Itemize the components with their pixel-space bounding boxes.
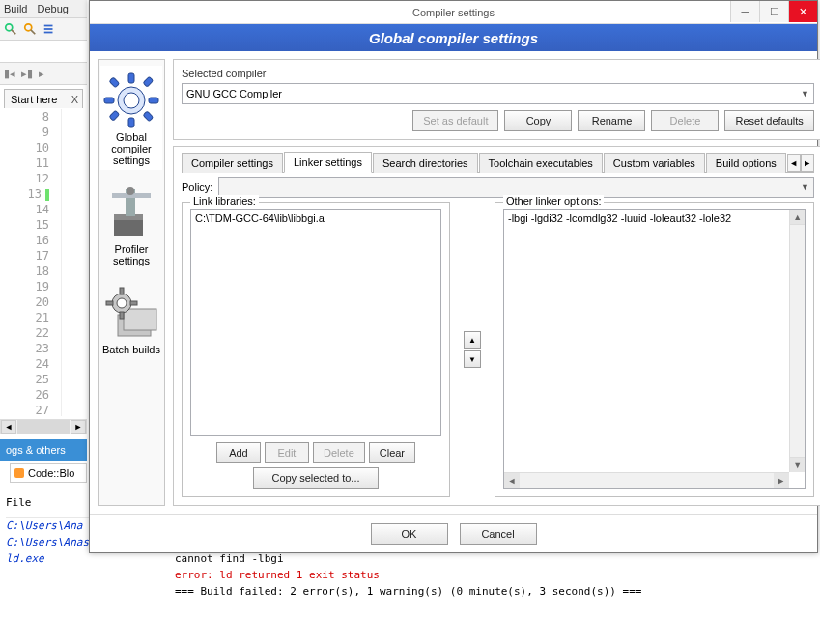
move-up-button[interactable]: ▲	[464, 331, 481, 349]
tab-search-directories[interactable]: Search directories	[373, 153, 478, 173]
editor-hscrollbar[interactable]: ◄ ►	[0, 419, 87, 434]
svg-rect-10	[128, 118, 134, 127]
reset-defaults-button[interactable]: Reset defaults	[724, 110, 813, 131]
svg-rect-11	[104, 98, 114, 103]
line-gutter: 89101112131415161718192021222324252627	[0, 109, 62, 416]
set-default-button: Set as default	[412, 110, 498, 131]
menu-debug[interactable]: Debug	[37, 3, 68, 14]
batch-icon	[100, 282, 162, 344]
tab-codeblocks[interactable]: Code::Blo	[10, 463, 87, 483]
category-global-compiler[interactable]: Global compiler settings	[100, 66, 162, 170]
scroll-down-icon[interactable]: ▼	[790, 457, 806, 472]
clear-button[interactable]: Clear	[369, 442, 415, 463]
line-number: 22	[0, 325, 49, 341]
scroll-up-icon[interactable]: ▲	[790, 210, 806, 225]
minimize-button[interactable]: ─	[730, 1, 759, 22]
other-linker-fieldset: Other linker options: -lbgi -lgdi32 -lco…	[495, 202, 814, 497]
line-number: 23	[0, 341, 49, 356]
profiler-icon	[100, 182, 162, 243]
add-button[interactable]: Add	[216, 442, 261, 463]
ok-button[interactable]: OK	[371, 523, 448, 545]
category-batch-builds[interactable]: Batch builds	[100, 278, 162, 359]
rename-button[interactable]: Rename	[578, 110, 645, 131]
dialog-banner: Global compiler settings	[90, 24, 817, 51]
svg-point-0	[6, 24, 13, 31]
list-item[interactable]: C:\TDM-GCC-64\lib\libbgi.a	[195, 212, 437, 224]
settings-tabs: Compiler settingsLinker settingsSearch d…	[182, 151, 814, 173]
dialog-title: Compiler settings	[412, 7, 495, 18]
nav-last-icon[interactable]: ▸	[39, 68, 44, 80]
copy-button[interactable]: Copy	[504, 110, 572, 131]
line-number: 13	[0, 186, 49, 202]
line-number: 15	[0, 217, 49, 233]
category-label: Global compiler settings	[100, 131, 162, 166]
move-down-button[interactable]: ▼	[464, 350, 481, 368]
tab-build-options[interactable]: Build options	[706, 153, 786, 173]
textarea-value: -lbgi -lgdi32 -lcomdlg32 -luuid -loleaut…	[508, 212, 731, 224]
line-number: 16	[0, 233, 49, 248]
zoom-out-icon[interactable]	[23, 22, 37, 36]
line-number: 19	[0, 279, 49, 294]
svg-rect-12	[149, 98, 158, 103]
textarea-vscrollbar[interactable]: ▲ ▼	[789, 210, 805, 472]
line-number: 26	[0, 387, 49, 403]
tab-compiler-settings[interactable]: Compiler settings	[182, 153, 283, 173]
menu-strip: Build Debug	[0, 0, 87, 17]
selected-compiler-combo[interactable]: GNU GCC Compiler ▼	[182, 83, 814, 104]
category-panel: Global compiler settings Profiler settin…	[98, 59, 165, 506]
tab-logs-others[interactable]: ogs & others	[0, 439, 87, 461]
other-linker-label: Other linker options:	[503, 195, 604, 207]
link-libraries-list[interactable]: C:\TDM-GCC-64\lib\libbgi.a	[190, 209, 441, 436]
svg-line-3	[31, 30, 35, 34]
category-label: Profiler settings	[100, 243, 162, 266]
line-number: 24	[0, 356, 49, 372]
policy-label: Policy:	[182, 182, 212, 193]
line-number: 9	[0, 125, 49, 140]
scroll-left-icon[interactable]: ◄	[1, 420, 16, 434]
svg-rect-16	[109, 110, 120, 121]
close-icon[interactable]: X	[71, 94, 78, 105]
svg-line-1	[12, 30, 15, 34]
dialog-titlebar[interactable]: Compiler settings ─ ☐ ✕	[90, 1, 817, 24]
tab-linker-settings[interactable]: Linker settings	[284, 152, 372, 173]
tab-start-here[interactable]: Start here X	[4, 89, 83, 108]
svg-rect-15	[143, 76, 154, 87]
nav-prev-icon[interactable]: ▮◂	[4, 68, 15, 80]
settings-icon[interactable]	[42, 22, 56, 36]
cancel-button[interactable]: Cancel	[460, 523, 537, 545]
line-number: 20	[0, 294, 49, 310]
line-number: 18	[0, 264, 49, 279]
tab-scroll-right-icon[interactable]: ►	[801, 154, 814, 172]
gear-icon	[100, 70, 162, 131]
close-button[interactable]: ✕	[788, 1, 817, 22]
tab-scroll-left-icon[interactable]: ◄	[787, 154, 801, 172]
svg-rect-13	[109, 77, 120, 88]
other-linker-textarea[interactable]: -lbgi -lgdi32 -lcomdlg32 -luuid -loleaut…	[503, 209, 806, 489]
category-label: Batch builds	[102, 344, 160, 355]
tab-custom-variables[interactable]: Custom variables	[604, 153, 705, 173]
scroll-thumb[interactable]	[17, 420, 70, 434]
log-line: === Build failed: 2 error(s), 1 warning(…	[6, 583, 814, 600]
maximize-button[interactable]: ☐	[759, 1, 788, 22]
svg-rect-4	[44, 25, 53, 27]
line-number: 14	[0, 202, 49, 217]
selected-compiler-group: Selected compiler GNU GCC Compiler ▼ Set…	[173, 59, 820, 140]
scroll-left-icon[interactable]: ◄	[504, 473, 520, 489]
svg-rect-28	[106, 301, 113, 305]
edit-button: Edit	[265, 442, 309, 463]
svg-point-2	[25, 24, 32, 31]
scroll-right-icon[interactable]: ►	[774, 473, 789, 489]
line-number: 17	[0, 248, 49, 264]
codeblocks-icon	[14, 468, 24, 478]
menu-build[interactable]: Build	[4, 3, 27, 14]
category-profiler[interactable]: Profiler settings	[100, 178, 162, 270]
tab-label: Start here	[11, 94, 57, 105]
nav-next-icon[interactable]: ▸▮	[21, 68, 33, 80]
zoom-in-icon[interactable]	[4, 22, 17, 36]
tab-toolchain-executables[interactable]: Toolchain executables	[479, 153, 603, 173]
line-number: 8	[0, 109, 49, 125]
copy-selected-button[interactable]: Copy selected to...	[253, 467, 379, 489]
selected-compiler-label: Selected compiler	[182, 68, 814, 79]
scroll-right-icon[interactable]: ►	[71, 420, 86, 434]
textarea-hscrollbar[interactable]: ◄ ►	[504, 472, 789, 488]
